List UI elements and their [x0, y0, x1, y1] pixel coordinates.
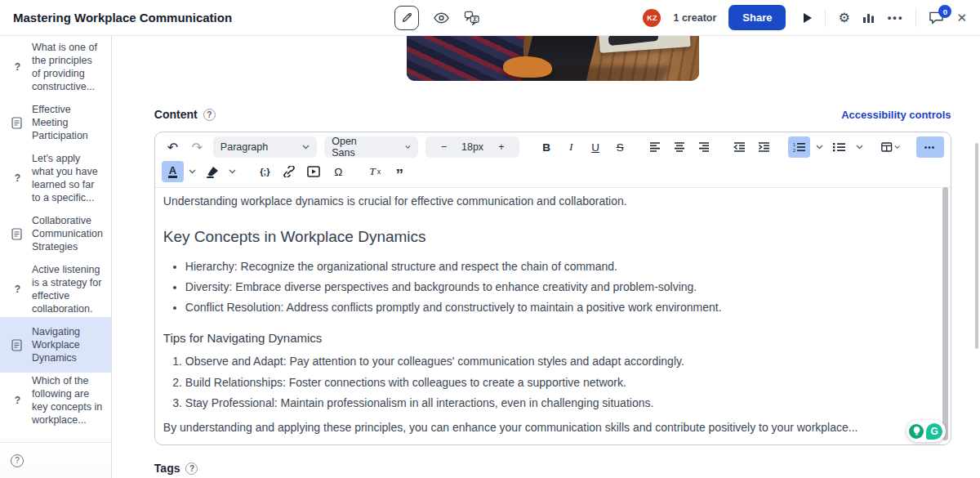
- analytics-chart-icon[interactable]: [862, 12, 875, 24]
- tags-field-label: Tags ?: [154, 462, 951, 475]
- editor-bullet-list: Hierarchy: Recognize the organizational …: [163, 258, 929, 316]
- chevron-down-icon: [302, 145, 310, 150]
- question-icon: ?: [11, 61, 24, 73]
- bold-button[interactable]: B: [536, 136, 558, 158]
- editor-subheading: Tips for Navigating Dynamics: [163, 329, 929, 347]
- lesson-sidebar: ?What is one of the principles of provid…: [0, 36, 112, 478]
- more-tools-button[interactable]: •••: [916, 136, 944, 158]
- special-char-button[interactable]: Ω: [327, 161, 350, 182]
- code-sample-button[interactable]: {;}: [254, 161, 276, 182]
- sidebar-footer: ?: [0, 442, 111, 478]
- lesson-editor-panel: Content ? Accessibility controls ↶ ↷ Par…: [112, 36, 980, 478]
- editor-paragraph: By understanding and applying these prin…: [163, 419, 929, 436]
- divider: [915, 9, 916, 27]
- editor-list-item: Diversity: Embrace diverse perspectives …: [185, 279, 929, 295]
- settings-gear-icon[interactable]: ⚙: [838, 10, 849, 25]
- link-button[interactable]: [278, 161, 301, 182]
- underline-button[interactable]: U: [585, 136, 607, 158]
- top-bar: Mastering Workplace Communication: [0, 0, 980, 36]
- redo-button[interactable]: ↷: [186, 136, 208, 158]
- editor-list-item: Build Relationships: Foster connections …: [185, 374, 929, 391]
- bullet-list-options-chevron[interactable]: [853, 136, 866, 158]
- italic-button[interactable]: I: [560, 136, 582, 158]
- editor-toolbar-row2: A {;} Ω: [155, 159, 951, 188]
- editor-numbered-list: Observe and Adapt: Pay attention to your…: [163, 353, 929, 411]
- preview-eye-icon[interactable]: [434, 12, 449, 24]
- editor-list-item: Hierarchy: Recognize the organizational …: [185, 258, 929, 275]
- accessibility-controls-link[interactable]: Accessibility controls: [841, 109, 951, 121]
- align-left-button[interactable]: [644, 136, 666, 158]
- block-format-dropdown[interactable]: Paragraph: [213, 136, 317, 158]
- course-title: Mastering Workplace Communication: [13, 11, 232, 25]
- editor-heading: Key Concepts in Workplace Dynamics: [163, 226, 929, 248]
- help-icon[interactable]: ?: [11, 454, 24, 467]
- highlight-color-chevron[interactable]: [226, 161, 239, 182]
- editor-scrollbar[interactable]: [942, 187, 948, 440]
- grammarly-suggestions-icon[interactable]: [909, 424, 924, 439]
- sidebar-item-label: Effective Meeting Participation: [32, 103, 103, 142]
- question-icon: ?: [11, 395, 24, 406]
- rich-text-editor: ↶ ↷ Paragraph Open Sans − 18px + B I: [154, 132, 951, 445]
- question-icon: ?: [11, 284, 24, 295]
- decrease-font-button[interactable]: −: [434, 141, 454, 153]
- sidebar-item[interactable]: ?What is one of the principles of provid…: [0, 39, 111, 95]
- page-icon: [11, 117, 24, 129]
- blockquote-button[interactable]: ”: [389, 161, 411, 182]
- sidebar-item-label: Collaborative Communication Strategies: [32, 214, 103, 253]
- increase-font-button[interactable]: +: [491, 141, 511, 153]
- content-help-icon[interactable]: ?: [203, 109, 216, 121]
- font-size-value[interactable]: 18px: [454, 141, 491, 153]
- text-color-button[interactable]: A: [162, 161, 184, 182]
- editor-list-item: Stay Professional: Maintain professional…: [185, 395, 929, 411]
- font-size-stepper: − 18px +: [425, 136, 520, 158]
- numbered-list-options-chevron[interactable]: [813, 136, 826, 158]
- more-menu-icon[interactable]: •••: [888, 11, 904, 24]
- clear-formatting-button[interactable]: Tx: [364, 161, 386, 182]
- close-icon[interactable]: ✕: [956, 11, 967, 25]
- table-button[interactable]: [879, 136, 902, 158]
- embed-media-button[interactable]: [303, 161, 325, 182]
- strikethrough-button[interactable]: S: [609, 136, 631, 158]
- align-center-button[interactable]: [669, 136, 691, 158]
- editor-list-item: Conflict Resolution: Address conflicts p…: [185, 299, 929, 315]
- page-icon: [11, 339, 24, 351]
- sidebar-item-label: What is one of the principles of providi…: [32, 41, 103, 93]
- sidebar-item-label: Active listening is a strategy for effec…: [32, 263, 103, 315]
- translate-icon[interactable]: [464, 11, 480, 25]
- sidebar-item[interactable]: ?Which of the following are key concepts…: [0, 373, 111, 428]
- creator-count[interactable]: 1 creator: [673, 12, 716, 24]
- grammarly-logo-icon[interactable]: G: [926, 423, 942, 440]
- hero-image[interactable]: [407, 36, 699, 81]
- share-button[interactable]: Share: [728, 5, 786, 30]
- indent-button[interactable]: [753, 136, 775, 158]
- sidebar-item-label: Navigating Workplace Dynamics: [32, 325, 103, 364]
- divider: [825, 9, 826, 27]
- sidebar-item[interactable]: ?Active listening is a strategy for effe…: [0, 261, 111, 317]
- avatar[interactable]: KZ: [643, 9, 661, 27]
- editor-toolbar-row1: ↶ ↷ Paragraph Open Sans − 18px + B I: [155, 132, 951, 159]
- align-right-button[interactable]: [693, 136, 715, 158]
- pencil-icon: [401, 11, 413, 24]
- sidebar-item-label: Let's apply what you have learned so far…: [32, 152, 103, 204]
- edit-mode-button[interactable]: [394, 6, 419, 30]
- outdent-button[interactable]: [728, 136, 751, 158]
- editor-content-area[interactable]: Understanding workplace dynamics is cruc…: [155, 188, 951, 446]
- sidebar-item[interactable]: ?Let's apply what you have learned so fa…: [0, 150, 111, 206]
- bullet-list-button[interactable]: [828, 136, 850, 158]
- sidebar-item[interactable]: Collaborative Communication Strategies: [0, 206, 111, 261]
- tags-help-icon[interactable]: ?: [185, 462, 198, 475]
- chevron-down-icon: [405, 145, 411, 150]
- page-scrollbar[interactable]: [975, 143, 978, 349]
- numbered-list-button[interactable]: 12: [788, 136, 810, 158]
- undo-button[interactable]: ↶: [162, 136, 184, 158]
- page-icon: [11, 228, 24, 240]
- sidebar-item[interactable]: Navigating Workplace Dynamics: [0, 317, 111, 373]
- font-family-dropdown[interactable]: Open Sans: [324, 136, 417, 158]
- comments-button[interactable]: 0: [929, 11, 944, 25]
- play-icon[interactable]: [803, 12, 813, 24]
- svg-text:2: 2: [793, 148, 795, 152]
- highlight-color-button[interactable]: [202, 161, 224, 182]
- grammarly-widget: G: [906, 420, 946, 442]
- sidebar-item[interactable]: Effective Meeting Participation: [0, 95, 111, 150]
- text-color-chevron[interactable]: [186, 161, 199, 182]
